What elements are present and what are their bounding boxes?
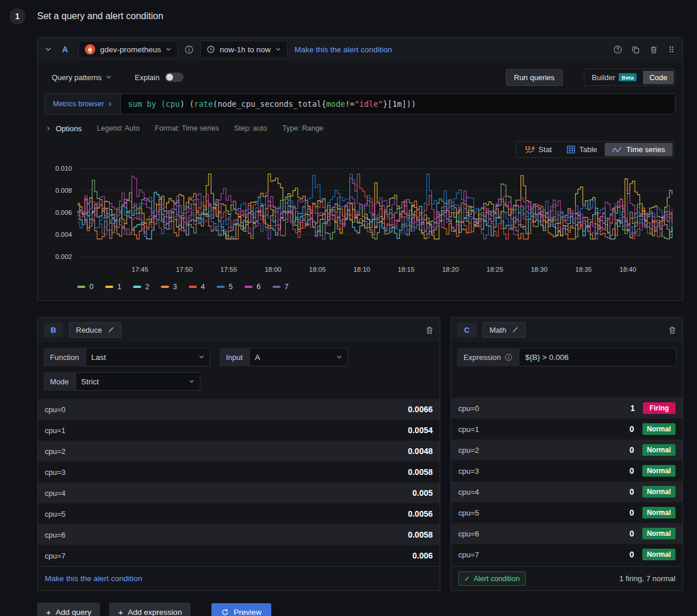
preview-label: Preview: [233, 608, 261, 616]
result-row: cpu=01Firing: [451, 398, 682, 419]
datasource-picker[interactable]: gdev-prometheus: [78, 41, 178, 58]
info-icon[interactable]: [505, 354, 512, 361]
add-expression-label: Add expression: [128, 608, 182, 616]
pencil-icon: [512, 326, 519, 333]
option-summary-item: Step: auto: [234, 124, 267, 132]
svg-text:0.004: 0.004: [55, 231, 72, 238]
series-value: 0: [630, 466, 634, 475]
prometheus-icon: [85, 44, 95, 55]
function-value: Last: [91, 353, 106, 362]
drag-handle-icon[interactable]: [667, 45, 676, 53]
promql-query-input[interactable]: sum by (cpu) (rate(node_cpu_seconds_tota…: [121, 94, 675, 114]
math-rename-button[interactable]: Math: [483, 322, 526, 338]
input-value: A: [255, 353, 260, 362]
viz-tab-table[interactable]: Table: [559, 143, 605, 156]
legend-item-0[interactable]: 0: [77, 283, 94, 291]
legend-item-7[interactable]: 7: [272, 283, 289, 291]
legend-label: 4: [201, 283, 205, 291]
svg-text:18:25: 18:25: [487, 266, 504, 273]
result-row: cpu=20.0048: [38, 441, 440, 462]
duplicate-icon[interactable]: [631, 45, 640, 54]
result-row: cpu=60.0058: [38, 524, 440, 545]
options-label: Options: [56, 124, 82, 133]
query-token: "idle": [354, 99, 383, 109]
math-footer: ✓ Alert condition 1 firing, 7 normal: [451, 566, 682, 590]
preview-button[interactable]: Preview: [211, 603, 271, 616]
svg-text:18:05: 18:05: [309, 266, 326, 273]
svg-text:0.010: 0.010: [55, 165, 72, 172]
math-name: Math: [490, 326, 506, 334]
series-label: cpu=3: [458, 467, 630, 475]
viz-tab-time-series[interactable]: Time series: [605, 143, 673, 156]
mode-select[interactable]: Strict: [76, 372, 200, 391]
code-mode-option[interactable]: Code: [643, 71, 674, 84]
chevron-down-icon: [106, 74, 112, 80]
legend-label: 0: [89, 283, 94, 291]
chevron-down-icon: [336, 354, 342, 360]
series-value: 0.0066: [408, 405, 433, 414]
datasource-name: gdev-prometheus: [100, 45, 161, 54]
explain-toggle[interactable]: [165, 73, 184, 82]
viz-switcher: 12.4StatTableTime series: [516, 141, 674, 158]
legend-item-1[interactable]: 1: [105, 283, 121, 291]
add-query-button[interactable]: + Add query: [37, 603, 100, 616]
option-summary-item: Legend: Auto: [97, 124, 140, 132]
make-alert-condition-link[interactable]: Make this the alert condition: [45, 574, 142, 583]
input-select[interactable]: A: [249, 348, 348, 366]
series-label: cpu=2: [458, 446, 630, 455]
series-value: 0.0058: [408, 530, 433, 539]
builder-mode-option[interactable]: Builder Beta: [585, 71, 643, 84]
help-icon[interactable]: [613, 45, 622, 54]
options-expander[interactable]: Options: [46, 124, 82, 133]
time-range-picker[interactable]: now-1h to now: [200, 41, 288, 58]
reduce-ref-id: B: [44, 323, 63, 337]
query-toolbar: Query patterns Explain Run queries Build…: [45, 68, 676, 87]
query-editor-row: Metrics browser sum by (cpu) (rate(node_…: [45, 93, 676, 114]
viz-tab-label: Time series: [626, 145, 665, 154]
chevron-right-icon: [107, 102, 113, 107]
trash-icon[interactable]: [649, 45, 658, 54]
plus-icon: +: [46, 607, 51, 616]
legend-item-2[interactable]: 2: [133, 283, 149, 291]
add-expression-button[interactable]: + Add expression: [109, 603, 191, 616]
series-value: 0.0056: [408, 509, 433, 518]
legend-item-6[interactable]: 6: [245, 283, 261, 291]
query-patterns-label: Query patterns: [52, 73, 102, 82]
query-options-row: Options Legend: AutoFormat: Time seriesS…: [46, 121, 674, 135]
legend-item-4[interactable]: 4: [189, 283, 205, 291]
viz-tab-stat[interactable]: 12.4Stat: [518, 143, 560, 156]
series-label: cpu=1: [458, 425, 630, 434]
datasource-info-icon[interactable]: [185, 45, 193, 54]
mode-label: Mode: [44, 372, 76, 391]
legend-label: 5: [229, 283, 233, 291]
chevron-down-icon: [166, 46, 171, 52]
series-value: 0: [630, 487, 634, 496]
collapse-chevron-icon[interactable]: [45, 46, 52, 53]
chevron-down-icon: [275, 46, 281, 52]
run-queries-button[interactable]: Run queries: [506, 69, 563, 86]
result-row: cpu=40Normal: [451, 481, 682, 502]
metrics-browser-button[interactable]: Metrics browser: [45, 94, 121, 114]
alert-condition-label: Alert condition: [473, 575, 519, 583]
query-patterns-dropdown[interactable]: Query patterns: [52, 73, 112, 82]
series-value: 0.006: [412, 551, 433, 560]
metrics-browser-label: Metrics browser: [53, 100, 104, 108]
builder-label: Builder: [592, 73, 615, 82]
timeseries-icon: [612, 146, 622, 153]
query-ref-id: A: [59, 45, 71, 54]
function-select[interactable]: Last: [85, 348, 210, 366]
legend-label: 1: [117, 283, 121, 291]
legend-swatch: [105, 286, 113, 288]
chevron-down-icon: [199, 354, 204, 360]
reduce-rename-button[interactable]: Reduce: [69, 322, 121, 338]
make-alert-condition-link[interactable]: Make this the alert condition: [294, 45, 392, 54]
time-series-chart[interactable]: 0.0100.0080.0060.0040.00217:4517:5017:55…: [45, 163, 676, 278]
trash-icon[interactable]: [668, 326, 677, 334]
legend-item-3[interactable]: 3: [161, 283, 177, 291]
legend-item-5[interactable]: 5: [217, 283, 233, 291]
result-row: cpu=50.0056: [38, 503, 440, 524]
trash-icon[interactable]: [425, 326, 434, 334]
expression-input[interactable]: ${B} > 0.006: [519, 348, 677, 366]
svg-text:0.002: 0.002: [55, 253, 72, 260]
legend-swatch: [217, 286, 225, 288]
